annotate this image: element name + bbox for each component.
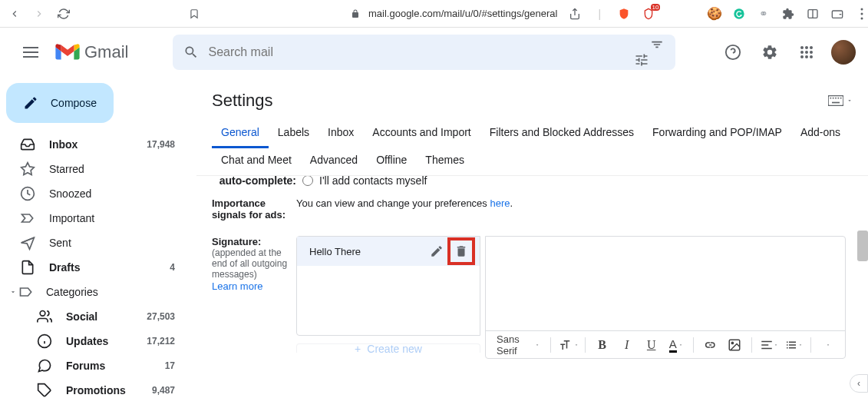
forum-icon (37, 358, 52, 373)
inbox-icon (20, 137, 35, 152)
help-button[interactable] (718, 37, 748, 68)
main-menu-button[interactable] (12, 34, 49, 71)
panel-icon[interactable] (806, 7, 820, 21)
sidebar-item-snoozed[interactable]: Snoozed (0, 181, 184, 206)
svg-point-19 (805, 55, 808, 58)
italic-button[interactable]: I (616, 334, 638, 356)
font-size-button[interactable] (557, 334, 579, 356)
text-color-button[interactable]: A (665, 334, 687, 356)
forward-icon[interactable] (32, 7, 46, 21)
signature-learn-more[interactable]: Learn more (212, 280, 262, 292)
signature-label: Signature: (212, 236, 296, 247)
bookmark-icon[interactable] (189, 7, 200, 21)
search-icon[interactable] (183, 45, 199, 60)
compose-button[interactable]: Compose (6, 83, 114, 123)
side-panel-toggle[interactable]: ‹ (850, 374, 868, 393)
importance-link[interactable]: here (490, 197, 510, 209)
file-icon (20, 260, 35, 275)
tab-general[interactable]: General (212, 118, 269, 148)
brave-icon[interactable] (617, 7, 631, 21)
settings-button[interactable] (754, 37, 785, 68)
url-text[interactable]: mail.google.com/mail/u/0/#settings/gener… (368, 8, 557, 19)
sidebar-item-categories[interactable]: Categories (0, 280, 196, 304)
sidebar-item-sent[interactable]: Sent (0, 231, 184, 255)
label-icon (18, 284, 34, 300)
delete-signature-button[interactable] (449, 239, 474, 264)
tab-chat[interactable]: Chat and Meet (212, 148, 301, 175)
svg-rect-34 (838, 98, 840, 99)
tab-addons[interactable]: Add-ons (791, 118, 850, 148)
svg-point-4 (861, 8, 863, 10)
tab-forwarding[interactable]: Forwarding and POP/IMAP (643, 118, 791, 148)
more-formatting-button[interactable] (817, 334, 839, 356)
cookie-ext-icon[interactable]: 🍪 (708, 7, 721, 21)
scrollbar-thumb[interactable] (857, 231, 868, 261)
autocomplete-option: I'll add contacts myself (319, 176, 427, 187)
svg-rect-36 (832, 102, 840, 104)
link-button[interactable] (699, 334, 721, 356)
importance-text: You can view and change your preferences… (296, 197, 853, 221)
svg-rect-31 (830, 98, 832, 99)
apps-button[interactable] (791, 37, 822, 68)
svg-point-25 (40, 311, 45, 317)
menu-dots-icon[interactable] (855, 7, 868, 21)
tab-advanced[interactable]: Advanced (301, 148, 367, 175)
tab-accounts[interactable]: Accounts and Import (363, 118, 480, 148)
sidebar-item-inbox[interactable]: Inbox 17,948 (0, 132, 184, 157)
sidebar-category-forums[interactable]: Forums 17 (0, 353, 184, 378)
tab-filters[interactable]: Filters and Blocked Addresses (480, 118, 643, 148)
edit-signature-button[interactable] (424, 239, 449, 264)
search-input[interactable] (208, 45, 649, 59)
sidebar-category-updates[interactable]: Updates 17,212 (0, 329, 184, 353)
app-header: Gmail (0, 28, 868, 77)
share-icon[interactable] (568, 7, 582, 21)
autocomplete-radio[interactable] (302, 176, 313, 186)
signature-toolbar: Sans Serif B I U A (486, 330, 845, 358)
underline-button[interactable]: U (641, 334, 662, 356)
svg-marker-24 (21, 237, 35, 249)
settings-panel: Settings General Labels Inbox Accounts a… (196, 77, 868, 408)
search-bar[interactable] (173, 35, 675, 70)
font-select[interactable]: Sans Serif (492, 334, 544, 356)
svg-point-13 (805, 46, 808, 49)
create-signature-button[interactable]: + Create new (296, 343, 480, 353)
svg-rect-30 (828, 95, 843, 105)
list-button[interactable] (783, 334, 804, 356)
image-button[interactable] (724, 334, 745, 356)
signature-item[interactable]: Hello There (297, 237, 480, 266)
bold-button[interactable]: B (592, 334, 613, 356)
tag-icon (37, 383, 52, 398)
extensions-icon[interactable] (781, 7, 795, 21)
svg-point-18 (800, 55, 804, 58)
sidebar-category-social[interactable]: Social 27,503 (0, 304, 184, 329)
tab-inbox[interactable]: Inbox (318, 118, 363, 148)
tab-labels[interactable]: Labels (269, 118, 318, 148)
back-icon[interactable] (8, 7, 21, 21)
gmail-logo[interactable]: Gmail (55, 42, 128, 62)
svg-rect-32 (833, 98, 834, 99)
sidebar-item-drafts[interactable]: Drafts 4 (0, 255, 184, 280)
svg-marker-21 (21, 163, 35, 175)
chevron-down-icon (8, 284, 18, 300)
tab-offline[interactable]: Offline (367, 148, 416, 175)
sidebar-item-starred[interactable]: Starred (0, 157, 184, 181)
align-button[interactable] (758, 334, 780, 356)
shield-icon[interactable] (642, 7, 655, 21)
account-avatar[interactable] (831, 40, 856, 65)
search-options-icon[interactable] (649, 37, 665, 68)
tab-themes[interactable]: Themes (416, 148, 474, 175)
svg-rect-7 (23, 47, 38, 48)
grammarly-ext-icon[interactable] (732, 7, 746, 21)
send-icon (20, 235, 35, 250)
reload-icon[interactable] (57, 7, 71, 21)
link-ext-icon[interactable]: ⚭ (757, 7, 771, 21)
sidebar-category-promotions[interactable]: Promotions 9,487 (0, 378, 184, 403)
signature-editor[interactable]: Sans Serif B I U A (485, 236, 846, 359)
signature-list: Hello There (296, 236, 480, 336)
input-tools-button[interactable] (828, 95, 853, 106)
importance-label: Importance signals for ads: (212, 197, 296, 221)
svg-point-20 (810, 55, 813, 58)
wallet-icon[interactable] (830, 7, 844, 21)
sidebar-item-important[interactable]: Important (0, 206, 184, 231)
sidebar: Compose Inbox 17,948 Starred Snoozed Imp… (0, 77, 196, 408)
